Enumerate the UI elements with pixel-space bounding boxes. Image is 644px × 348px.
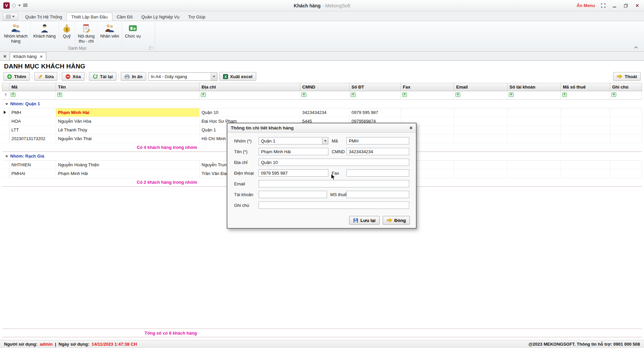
print-button[interactable]: In ấn	[121, 72, 146, 81]
account-field[interactable]	[259, 191, 327, 198]
ribbon-collapse-icon[interactable]	[634, 45, 638, 50]
ribbon-item-noi-dung-thu-chi[interactable]: Nội dung thu - chi	[75, 22, 98, 45]
filter-cell-ma[interactable]	[9, 91, 56, 100]
col-header-fax[interactable]: Fax	[401, 83, 454, 91]
ribbon-tab-quan-ly-nghiep-vu[interactable]: Quản Lý Nghiệp Vụ	[137, 13, 183, 21]
delete-button[interactable]: Xóa	[62, 72, 85, 81]
ribbon-item-nhan-vien[interactable]: Nhân viên	[98, 22, 122, 45]
col-header-ma[interactable]: Mã	[9, 83, 56, 91]
cell-ten[interactable]: Nguyễn Văn Hòa	[56, 117, 200, 126]
cell-ghichu[interactable]	[610, 126, 642, 134]
filter-cell-mst[interactable]	[561, 91, 610, 100]
cell-sodt[interactable]: 0979 595 987	[350, 108, 401, 117]
cell-ten[interactable]: Nguyễn Hoàng Thiện	[56, 161, 200, 169]
fax-field[interactable]	[346, 169, 409, 177]
tab-close-icon[interactable]: ×	[40, 54, 43, 59]
cell-email[interactable]	[454, 169, 507, 178]
col-header-sodt[interactable]: Số ĐT	[350, 83, 401, 91]
export-excel-button[interactable]: X Xuất excel	[219, 72, 256, 81]
ribbon-tab-thiet-lap-ban-dau[interactable]: Thiết Lập Ban Đầu	[66, 12, 112, 21]
cell-ghichu[interactable]	[610, 117, 642, 126]
filter-cell-ten[interactable]	[56, 91, 200, 100]
col-header-mst[interactable]: Mã số thuế	[561, 83, 610, 91]
customize-toolbar-icon[interactable]	[23, 3, 28, 8]
dropdown-arrow-icon[interactable]	[322, 137, 328, 144]
email-field[interactable]	[259, 180, 409, 187]
ribbon-tab-quan-tri-he-thong[interactable]: Quản Trị Hệ Thống	[21, 13, 66, 21]
cell-stk[interactable]	[507, 161, 561, 169]
ribbon-item-quy[interactable]: $ Quỹ	[59, 22, 75, 45]
cell-diachi[interactable]: Quận 10	[200, 108, 300, 117]
col-header-email[interactable]: Email	[454, 83, 507, 91]
cell-ma[interactable]: PMHAI	[9, 169, 56, 178]
edit-button[interactable]: Sửa	[34, 72, 57, 81]
cell-email[interactable]	[454, 117, 507, 126]
cell-mst[interactable]	[561, 117, 610, 126]
cell-ten[interactable]: Nguyễn Văn Thái	[56, 134, 200, 143]
cell-stk[interactable]	[507, 126, 561, 134]
cell-ghichu[interactable]	[610, 169, 642, 178]
cell-ma[interactable]: 20230713173202	[9, 134, 56, 143]
cell-email[interactable]	[454, 161, 507, 169]
col-header-diachi[interactable]: Địa chỉ	[200, 83, 300, 91]
cell-fax[interactable]	[401, 108, 454, 117]
app-logo-icon[interactable]: V	[3, 2, 10, 9]
cell-ma[interactable]: HOA	[9, 117, 56, 126]
cell-ten[interactable]: Phạm Minh Hải	[56, 169, 200, 178]
group-row-quan-1[interactable]: Nhóm: Quận 1	[2, 100, 642, 108]
note-field[interactable]	[259, 201, 409, 209]
quick-access-caret-icon[interactable]	[18, 5, 21, 6]
cell-stk[interactable]	[507, 134, 561, 143]
col-header-ten[interactable]: Tên	[56, 83, 200, 91]
close-all-tabs-icon[interactable]: ×	[3, 53, 6, 59]
save-button[interactable]: Lưu lại	[349, 216, 379, 225]
application-menu-button[interactable]	[3, 13, 18, 20]
col-header-ghichu[interactable]: Ghi chú	[610, 83, 642, 91]
minimize-button[interactable]	[611, 3, 618, 9]
phone-field[interactable]	[259, 169, 328, 177]
group-dropdown[interactable]	[259, 137, 328, 144]
cell-mst[interactable]	[561, 161, 610, 169]
cell-ma[interactable]: LTT	[9, 126, 56, 134]
collapse-group-icon[interactable]	[5, 156, 8, 158]
close-button[interactable]: ×	[634, 3, 641, 9]
document-tab-khach-hang[interactable]: Khách hàng ×	[10, 52, 46, 60]
filter-cell-ghichu[interactable]	[610, 91, 642, 100]
filter-cell-diachi[interactable]	[200, 91, 300, 100]
cell-ten[interactable]: Phạm Minh Hải	[56, 108, 200, 117]
name-field[interactable]	[259, 148, 328, 155]
cell-email[interactable]	[454, 134, 507, 143]
cell-ghichu[interactable]	[610, 134, 642, 143]
dialog-titlebar[interactable]: Thông tin chi tiết khách hàng ×	[227, 123, 416, 133]
cell-mst[interactable]	[561, 108, 610, 117]
reload-button[interactable]: Tải lại	[89, 72, 116, 81]
cell-stk[interactable]	[507, 169, 561, 178]
ribbon-item-chuc-vu[interactable]: Chức vụ	[122, 22, 143, 45]
address-field[interactable]	[259, 159, 409, 166]
cell-mst[interactable]	[561, 126, 610, 134]
cell-mst[interactable]	[561, 134, 610, 143]
col-header-stk[interactable]: Số tài khoản	[507, 83, 561, 91]
cell-ma[interactable]: NHTHIEN	[9, 161, 56, 169]
ribbon-item-khach-hang[interactable]: Khách hàng	[31, 22, 59, 45]
fullscreen-icon[interactable]	[600, 3, 606, 9]
dialog-close-icon[interactable]: ×	[410, 125, 413, 131]
cell-cmnd[interactable]: 3423434234	[300, 108, 350, 117]
hide-menu-link[interactable]: Ẩn Menu	[577, 3, 595, 8]
filter-cell-cmnd[interactable]	[300, 91, 350, 100]
group-dropdown-input[interactable]	[259, 137, 322, 144]
cmnd-field[interactable]	[346, 148, 409, 155]
tax-field[interactable]	[346, 191, 409, 198]
collapse-group-icon[interactable]	[5, 103, 8, 105]
cell-mst[interactable]	[561, 169, 610, 178]
filter-cell-fax[interactable]	[401, 91, 454, 100]
cell-email[interactable]	[454, 108, 507, 117]
filter-cell-email[interactable]	[454, 91, 507, 100]
close-dialog-button[interactable]: Đóng	[383, 216, 410, 225]
cell-stk[interactable]	[507, 117, 561, 126]
print-format-dropdown[interactable]: In A4 - Giấy ngang	[148, 72, 217, 81]
code-field[interactable]	[346, 137, 409, 144]
filter-cell-sodt[interactable]	[350, 91, 401, 100]
exit-button[interactable]: Thoát	[613, 72, 641, 81]
col-header-cmnd[interactable]: CMND	[300, 83, 350, 91]
